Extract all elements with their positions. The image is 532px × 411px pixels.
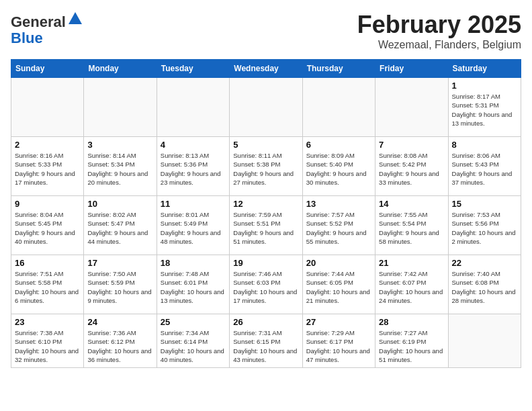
calendar-cell: 20Sunrise: 7:44 AM Sunset: 6:05 PM Dayli… <box>302 255 375 314</box>
calendar-cell: 24Sunrise: 7:36 AM Sunset: 6:12 PM Dayli… <box>84 314 157 368</box>
calendar-cell: 6Sunrise: 8:09 AM Sunset: 5:40 PM Daylig… <box>302 137 375 196</box>
calendar-cell: 22Sunrise: 7:40 AM Sunset: 6:08 PM Dayli… <box>448 255 521 314</box>
day-number: 12 <box>233 199 298 209</box>
day-number: 20 <box>306 258 371 268</box>
calendar-cell <box>157 78 229 137</box>
calendar-table: SundayMondayTuesdayWednesdayThursdayFrid… <box>11 59 521 368</box>
day-info: Sunrise: 8:13 AM Sunset: 5:36 PM Dayligh… <box>161 151 226 187</box>
calendar-cell: 19Sunrise: 7:46 AM Sunset: 6:03 PM Dayli… <box>230 255 302 314</box>
calendar-header-row: SundayMondayTuesdayWednesdayThursdayFrid… <box>11 60 521 78</box>
calendar-cell: 16Sunrise: 7:51 AM Sunset: 5:58 PM Dayli… <box>11 255 84 314</box>
day-number: 25 <box>161 317 226 327</box>
day-info: Sunrise: 7:42 AM Sunset: 6:07 PM Dayligh… <box>379 269 444 305</box>
day-number: 26 <box>233 317 298 327</box>
calendar-cell: 14Sunrise: 7:55 AM Sunset: 5:54 PM Dayli… <box>375 196 448 255</box>
month-title: February 2025 <box>357 11 521 39</box>
day-info: Sunrise: 7:59 AM Sunset: 5:51 PM Dayligh… <box>233 210 298 246</box>
day-info: Sunrise: 7:46 AM Sunset: 6:03 PM Dayligh… <box>233 269 298 305</box>
weekday-header: Friday <box>375 60 448 78</box>
day-number: 11 <box>161 199 226 209</box>
calendar-cell: 3Sunrise: 8:14 AM Sunset: 5:34 PM Daylig… <box>84 137 157 196</box>
calendar-cell: 9Sunrise: 8:04 AM Sunset: 5:45 PM Daylig… <box>11 196 84 255</box>
day-info: Sunrise: 8:08 AM Sunset: 5:42 PM Dayligh… <box>379 151 444 187</box>
day-info: Sunrise: 7:51 AM Sunset: 5:58 PM Dayligh… <box>15 269 80 305</box>
weekday-header: Tuesday <box>157 60 229 78</box>
calendar-cell <box>230 78 302 137</box>
day-info: Sunrise: 8:11 AM Sunset: 5:38 PM Dayligh… <box>233 151 298 187</box>
day-info: Sunrise: 8:16 AM Sunset: 5:33 PM Dayligh… <box>15 151 80 187</box>
day-number: 15 <box>452 199 517 209</box>
day-number: 5 <box>233 140 298 150</box>
day-number: 21 <box>379 258 444 268</box>
calendar-week-row: 2Sunrise: 8:16 AM Sunset: 5:33 PM Daylig… <box>11 137 521 196</box>
calendar-cell: 8Sunrise: 8:06 AM Sunset: 5:43 PM Daylig… <box>448 137 521 196</box>
day-info: Sunrise: 7:53 AM Sunset: 5:56 PM Dayligh… <box>452 210 517 246</box>
day-number: 27 <box>306 317 371 327</box>
calendar-cell: 12Sunrise: 7:59 AM Sunset: 5:51 PM Dayli… <box>230 196 302 255</box>
day-number: 18 <box>161 258 226 268</box>
weekday-header: Wednesday <box>230 60 302 78</box>
calendar-cell: 5Sunrise: 8:11 AM Sunset: 5:38 PM Daylig… <box>230 137 302 196</box>
day-number: 23 <box>15 317 80 327</box>
calendar-cell: 4Sunrise: 8:13 AM Sunset: 5:36 PM Daylig… <box>157 137 229 196</box>
day-number: 7 <box>379 140 444 150</box>
calendar-cell: 10Sunrise: 8:02 AM Sunset: 5:47 PM Dayli… <box>84 196 157 255</box>
day-number: 8 <box>452 140 517 150</box>
page-header: General Blue February 2025 Wezemaal, Fla… <box>11 11 521 51</box>
day-info: Sunrise: 8:14 AM Sunset: 5:34 PM Dayligh… <box>87 151 152 187</box>
day-number: 13 <box>306 199 371 209</box>
title-section: February 2025 Wezemaal, Flanders, Belgiu… <box>357 11 521 51</box>
logo-blue-text: Blue <box>11 30 43 46</box>
logo-icon <box>67 11 83 27</box>
day-info: Sunrise: 8:09 AM Sunset: 5:40 PM Dayligh… <box>306 151 371 187</box>
calendar-cell: 13Sunrise: 7:57 AM Sunset: 5:52 PM Dayli… <box>302 196 375 255</box>
logo-general-text: General <box>11 13 66 30</box>
calendar-cell: 2Sunrise: 8:16 AM Sunset: 5:33 PM Daylig… <box>11 137 84 196</box>
day-info: Sunrise: 8:01 AM Sunset: 5:49 PM Dayligh… <box>161 210 226 246</box>
day-info: Sunrise: 7:48 AM Sunset: 6:01 PM Dayligh… <box>161 269 226 305</box>
calendar-cell <box>11 78 84 137</box>
calendar-week-row: 9Sunrise: 8:04 AM Sunset: 5:45 PM Daylig… <box>11 196 521 255</box>
day-number: 16 <box>15 258 80 268</box>
day-info: Sunrise: 8:06 AM Sunset: 5:43 PM Dayligh… <box>452 151 517 187</box>
day-number: 4 <box>161 140 226 150</box>
calendar-cell <box>84 78 157 137</box>
calendar-cell: 18Sunrise: 7:48 AM Sunset: 6:01 PM Dayli… <box>157 255 229 314</box>
day-number: 9 <box>15 199 80 209</box>
logo: General Blue <box>11 11 83 46</box>
day-info: Sunrise: 7:38 AM Sunset: 6:10 PM Dayligh… <box>15 328 80 364</box>
calendar-cell: 25Sunrise: 7:34 AM Sunset: 6:14 PM Dayli… <box>157 314 229 368</box>
day-info: Sunrise: 7:29 AM Sunset: 6:17 PM Dayligh… <box>306 328 371 364</box>
day-info: Sunrise: 7:55 AM Sunset: 5:54 PM Dayligh… <box>379 210 444 246</box>
weekday-header: Monday <box>84 60 157 78</box>
day-info: Sunrise: 8:04 AM Sunset: 5:45 PM Dayligh… <box>15 210 80 246</box>
calendar-cell: 26Sunrise: 7:31 AM Sunset: 6:15 PM Dayli… <box>230 314 302 368</box>
calendar-week-row: 1Sunrise: 8:17 AM Sunset: 5:31 PM Daylig… <box>11 78 521 137</box>
weekday-header: Sunday <box>11 60 84 78</box>
calendar-cell: 15Sunrise: 7:53 AM Sunset: 5:56 PM Dayli… <box>448 196 521 255</box>
day-number: 24 <box>87 317 152 327</box>
day-number: 19 <box>233 258 298 268</box>
calendar-week-row: 23Sunrise: 7:38 AM Sunset: 6:10 PM Dayli… <box>11 314 521 368</box>
calendar-cell: 11Sunrise: 8:01 AM Sunset: 5:49 PM Dayli… <box>157 196 229 255</box>
day-info: Sunrise: 7:27 AM Sunset: 6:19 PM Dayligh… <box>379 328 444 364</box>
weekday-header: Saturday <box>448 60 521 78</box>
calendar-cell: 17Sunrise: 7:50 AM Sunset: 5:59 PM Dayli… <box>84 255 157 314</box>
day-info: Sunrise: 7:40 AM Sunset: 6:08 PM Dayligh… <box>452 269 517 305</box>
day-number: 6 <box>306 140 371 150</box>
calendar-cell: 21Sunrise: 7:42 AM Sunset: 6:07 PM Dayli… <box>375 255 448 314</box>
calendar-week-row: 16Sunrise: 7:51 AM Sunset: 5:58 PM Dayli… <box>11 255 521 314</box>
calendar-cell: 28Sunrise: 7:27 AM Sunset: 6:19 PM Dayli… <box>375 314 448 368</box>
day-number: 2 <box>15 140 80 150</box>
calendar-cell: 1Sunrise: 8:17 AM Sunset: 5:31 PM Daylig… <box>448 78 521 137</box>
day-info: Sunrise: 7:31 AM Sunset: 6:15 PM Dayligh… <box>233 328 298 364</box>
calendar-cell <box>448 314 521 368</box>
calendar-cell: 7Sunrise: 8:08 AM Sunset: 5:42 PM Daylig… <box>375 137 448 196</box>
day-info: Sunrise: 7:57 AM Sunset: 5:52 PM Dayligh… <box>306 210 371 246</box>
calendar-cell <box>375 78 448 137</box>
day-number: 28 <box>379 317 444 327</box>
day-number: 22 <box>452 258 517 268</box>
day-info: Sunrise: 7:36 AM Sunset: 6:12 PM Dayligh… <box>87 328 152 364</box>
weekday-header: Thursday <box>302 60 375 78</box>
day-info: Sunrise: 7:50 AM Sunset: 5:59 PM Dayligh… <box>87 269 152 305</box>
